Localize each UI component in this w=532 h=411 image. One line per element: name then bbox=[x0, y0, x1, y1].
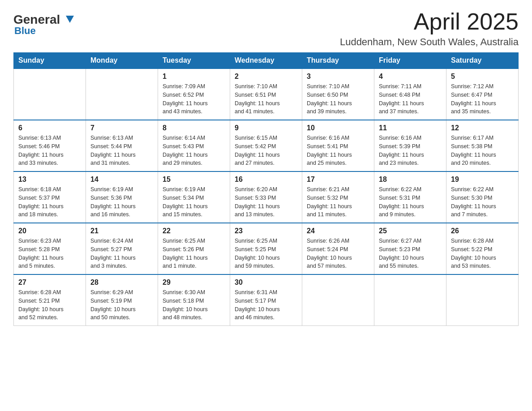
table-row: 29Sunrise: 6:30 AM Sunset: 5:18 PM Dayli… bbox=[158, 274, 230, 326]
day-info: Sunrise: 6:19 AM Sunset: 5:34 PM Dayligh… bbox=[163, 185, 225, 219]
header-friday: Friday bbox=[374, 53, 446, 69]
day-info: Sunrise: 6:25 AM Sunset: 5:25 PM Dayligh… bbox=[235, 237, 297, 270]
day-number: 24 bbox=[307, 227, 369, 235]
calendar-table: Sunday Monday Tuesday Wednesday Thursday… bbox=[13, 52, 519, 326]
table-row: 16Sunrise: 6:20 AM Sunset: 5:33 PM Dayli… bbox=[230, 171, 302, 223]
logo-triangle-icon bbox=[65, 14, 75, 24]
table-row: 2Sunrise: 7:10 AM Sunset: 6:51 PM Daylig… bbox=[230, 68, 302, 120]
day-info: Sunrise: 7:10 AM Sunset: 6:51 PM Dayligh… bbox=[235, 82, 297, 116]
day-info: Sunrise: 7:09 AM Sunset: 6:52 PM Dayligh… bbox=[163, 82, 225, 116]
calendar-week-row: 20Sunrise: 6:23 AM Sunset: 5:28 PM Dayli… bbox=[14, 223, 519, 274]
day-info: Sunrise: 6:16 AM Sunset: 5:39 PM Dayligh… bbox=[379, 134, 442, 167]
logo-sub-text: Blue bbox=[14, 25, 36, 37]
header-sunday: Sunday bbox=[14, 53, 86, 69]
day-number: 26 bbox=[451, 227, 514, 235]
day-number: 23 bbox=[235, 227, 297, 235]
day-info: Sunrise: 6:23 AM Sunset: 5:28 PM Dayligh… bbox=[18, 237, 81, 270]
day-info: Sunrise: 6:15 AM Sunset: 5:42 PM Dayligh… bbox=[235, 134, 297, 167]
day-number: 15 bbox=[163, 176, 225, 184]
day-number: 25 bbox=[379, 227, 442, 235]
day-info: Sunrise: 6:31 AM Sunset: 5:17 PM Dayligh… bbox=[235, 288, 297, 322]
table-row: 4Sunrise: 7:11 AM Sunset: 6:48 PM Daylig… bbox=[374, 68, 446, 120]
table-row: 24Sunrise: 6:26 AM Sunset: 5:24 PM Dayli… bbox=[302, 223, 374, 274]
day-number: 10 bbox=[307, 124, 369, 132]
table-row: 19Sunrise: 6:22 AM Sunset: 5:30 PM Dayli… bbox=[446, 171, 519, 223]
location-title: Luddenham, New South Wales, Australia bbox=[340, 36, 519, 48]
day-info: Sunrise: 6:30 AM Sunset: 5:18 PM Dayligh… bbox=[163, 288, 225, 322]
day-info: Sunrise: 6:17 AM Sunset: 5:38 PM Dayligh… bbox=[451, 134, 514, 167]
day-info: Sunrise: 6:26 AM Sunset: 5:24 PM Dayligh… bbox=[307, 237, 369, 270]
header-thursday: Thursday bbox=[302, 53, 374, 69]
table-row: 21Sunrise: 6:24 AM Sunset: 5:27 PM Dayli… bbox=[86, 223, 158, 274]
day-number: 22 bbox=[163, 227, 225, 235]
svg-marker-0 bbox=[66, 16, 74, 23]
table-row: 1Sunrise: 7:09 AM Sunset: 6:52 PM Daylig… bbox=[158, 68, 230, 120]
table-row: 3Sunrise: 7:10 AM Sunset: 6:50 PM Daylig… bbox=[302, 68, 374, 120]
header-wednesday: Wednesday bbox=[230, 53, 302, 69]
month-title: April 2025 bbox=[340, 9, 519, 34]
table-row: 17Sunrise: 6:21 AM Sunset: 5:32 PM Dayli… bbox=[302, 171, 374, 223]
table-row: 15Sunrise: 6:19 AM Sunset: 5:34 PM Dayli… bbox=[158, 171, 230, 223]
day-info: Sunrise: 6:28 AM Sunset: 5:21 PM Dayligh… bbox=[18, 288, 81, 322]
table-row bbox=[302, 274, 374, 326]
table-row: 18Sunrise: 6:22 AM Sunset: 5:31 PM Dayli… bbox=[374, 171, 446, 223]
day-number: 19 bbox=[451, 176, 514, 184]
table-row bbox=[446, 274, 519, 326]
day-number: 27 bbox=[18, 278, 81, 287]
weekday-header-row: Sunday Monday Tuesday Wednesday Thursday… bbox=[14, 53, 519, 69]
table-row: 26Sunrise: 6:28 AM Sunset: 5:22 PM Dayli… bbox=[446, 223, 519, 274]
day-number: 30 bbox=[235, 278, 297, 287]
day-number: 3 bbox=[307, 73, 369, 81]
table-row: 11Sunrise: 6:16 AM Sunset: 5:39 PM Dayli… bbox=[374, 120, 446, 171]
logo: General Blue bbox=[13, 13, 75, 37]
day-number: 4 bbox=[379, 73, 442, 81]
day-number: 6 bbox=[18, 124, 81, 132]
day-number: 8 bbox=[163, 124, 225, 132]
day-info: Sunrise: 6:25 AM Sunset: 5:26 PM Dayligh… bbox=[163, 237, 225, 270]
title-area: April 2025 Luddenham, New South Wales, A… bbox=[340, 9, 519, 48]
table-row: 5Sunrise: 7:12 AM Sunset: 6:47 PM Daylig… bbox=[446, 68, 519, 120]
page-header: General Blue April 2025 Luddenham, New S… bbox=[13, 9, 519, 48]
day-number: 18 bbox=[379, 176, 442, 184]
day-info: Sunrise: 7:12 AM Sunset: 6:47 PM Dayligh… bbox=[451, 82, 514, 116]
header-saturday: Saturday bbox=[446, 53, 519, 69]
day-info: Sunrise: 6:20 AM Sunset: 5:33 PM Dayligh… bbox=[235, 185, 297, 219]
table-row: 30Sunrise: 6:31 AM Sunset: 5:17 PM Dayli… bbox=[230, 274, 302, 326]
table-row bbox=[86, 68, 158, 120]
header-monday: Monday bbox=[86, 53, 158, 69]
table-row: 13Sunrise: 6:18 AM Sunset: 5:37 PM Dayli… bbox=[14, 171, 86, 223]
table-row: 10Sunrise: 6:16 AM Sunset: 5:41 PM Dayli… bbox=[302, 120, 374, 171]
table-row: 20Sunrise: 6:23 AM Sunset: 5:28 PM Dayli… bbox=[14, 223, 86, 274]
day-number: 21 bbox=[90, 227, 153, 235]
table-row: 27Sunrise: 6:28 AM Sunset: 5:21 PM Dayli… bbox=[14, 274, 86, 326]
table-row: 25Sunrise: 6:27 AM Sunset: 5:23 PM Dayli… bbox=[374, 223, 446, 274]
day-info: Sunrise: 6:27 AM Sunset: 5:23 PM Dayligh… bbox=[379, 237, 442, 270]
table-row: 12Sunrise: 6:17 AM Sunset: 5:38 PM Dayli… bbox=[446, 120, 519, 171]
day-info: Sunrise: 6:13 AM Sunset: 5:44 PM Dayligh… bbox=[90, 134, 153, 167]
table-row: 14Sunrise: 6:19 AM Sunset: 5:36 PM Dayli… bbox=[86, 171, 158, 223]
logo-main-text: General bbox=[13, 13, 64, 26]
table-row: 7Sunrise: 6:13 AM Sunset: 5:44 PM Daylig… bbox=[86, 120, 158, 171]
day-number: 5 bbox=[451, 73, 514, 81]
table-row: 9Sunrise: 6:15 AM Sunset: 5:42 PM Daylig… bbox=[230, 120, 302, 171]
day-info: Sunrise: 6:16 AM Sunset: 5:41 PM Dayligh… bbox=[307, 134, 369, 167]
day-number: 14 bbox=[90, 176, 153, 184]
day-info: Sunrise: 6:21 AM Sunset: 5:32 PM Dayligh… bbox=[307, 185, 369, 219]
day-info: Sunrise: 6:13 AM Sunset: 5:46 PM Dayligh… bbox=[18, 134, 81, 167]
day-info: Sunrise: 7:10 AM Sunset: 6:50 PM Dayligh… bbox=[307, 82, 369, 116]
table-row: 6Sunrise: 6:13 AM Sunset: 5:46 PM Daylig… bbox=[14, 120, 86, 171]
header-tuesday: Tuesday bbox=[158, 53, 230, 69]
day-number: 12 bbox=[451, 124, 514, 132]
calendar-week-row: 27Sunrise: 6:28 AM Sunset: 5:21 PM Dayli… bbox=[14, 274, 519, 326]
day-info: Sunrise: 7:11 AM Sunset: 6:48 PM Dayligh… bbox=[379, 82, 442, 116]
table-row: 8Sunrise: 6:14 AM Sunset: 5:43 PM Daylig… bbox=[158, 120, 230, 171]
day-number: 29 bbox=[163, 278, 225, 287]
day-info: Sunrise: 6:19 AM Sunset: 5:36 PM Dayligh… bbox=[90, 185, 153, 219]
day-info: Sunrise: 6:22 AM Sunset: 5:30 PM Dayligh… bbox=[451, 185, 514, 219]
day-number: 7 bbox=[90, 124, 153, 132]
table-row: 22Sunrise: 6:25 AM Sunset: 5:26 PM Dayli… bbox=[158, 223, 230, 274]
day-info: Sunrise: 6:28 AM Sunset: 5:22 PM Dayligh… bbox=[451, 237, 514, 270]
day-number: 11 bbox=[379, 124, 442, 132]
table-row bbox=[14, 68, 86, 120]
table-row: 23Sunrise: 6:25 AM Sunset: 5:25 PM Dayli… bbox=[230, 223, 302, 274]
